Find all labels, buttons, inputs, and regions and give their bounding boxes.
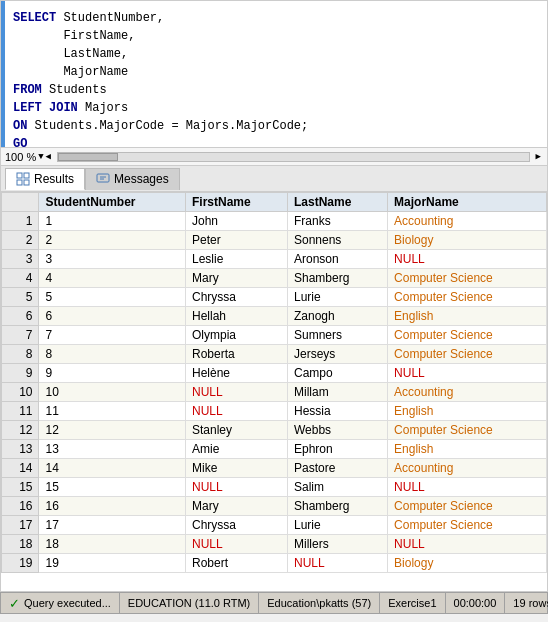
cell-major-name: Computer Science bbox=[388, 497, 547, 516]
cell-student-number: 16 bbox=[39, 497, 186, 516]
table-row: 99HelèneCampoNULL bbox=[2, 364, 547, 383]
row-number: 13 bbox=[2, 440, 39, 459]
table-row: 1515NULLSalimNULL bbox=[2, 478, 547, 497]
table-row: 1414MikePastoreAccounting bbox=[2, 459, 547, 478]
cell-first-name: John bbox=[186, 212, 288, 231]
row-number: 4 bbox=[2, 269, 39, 288]
cell-last-name: Ephron bbox=[287, 440, 387, 459]
svg-rect-1 bbox=[24, 173, 29, 178]
cell-major-name: English bbox=[388, 307, 547, 326]
sql-editor[interactable]: SELECT StudentNumber, FirstName, LastNam… bbox=[0, 0, 548, 148]
cell-major-name: Computer Science bbox=[388, 288, 547, 307]
results-container[interactable]: StudentNumber FirstName LastName MajorNa… bbox=[0, 192, 548, 592]
row-number: 6 bbox=[2, 307, 39, 326]
cell-major-name: Biology bbox=[388, 554, 547, 573]
cell-first-name: Hellah bbox=[186, 307, 288, 326]
cell-first-name: Mary bbox=[186, 497, 288, 516]
col-header-major-name: MajorName bbox=[388, 193, 547, 212]
cell-student-number: 1 bbox=[39, 212, 186, 231]
table-row: 1717ChryssaLurieComputer Science bbox=[2, 516, 547, 535]
check-icon: ✓ bbox=[9, 596, 20, 611]
status-server: EDUCATION (11.0 RTM) bbox=[120, 593, 259, 613]
scrollbar-thumb[interactable] bbox=[58, 153, 118, 161]
row-number: 12 bbox=[2, 421, 39, 440]
cell-first-name: Amie bbox=[186, 440, 288, 459]
cell-student-number: 17 bbox=[39, 516, 186, 535]
cell-major-name: Computer Science bbox=[388, 326, 547, 345]
row-number: 11 bbox=[2, 402, 39, 421]
zoom-dropdown-icon[interactable]: ▼ bbox=[38, 152, 43, 162]
cell-student-number: 4 bbox=[39, 269, 186, 288]
table-row: 11JohnFranksAccounting bbox=[2, 212, 547, 231]
col-header-first-name: FirstName bbox=[186, 193, 288, 212]
row-number: 8 bbox=[2, 345, 39, 364]
cell-last-name: Pastore bbox=[287, 459, 387, 478]
cell-major-name: Accounting bbox=[388, 212, 547, 231]
tab-results[interactable]: Results bbox=[5, 168, 85, 190]
status-user: Education\pkatts (57) bbox=[259, 593, 380, 613]
cell-student-number: 13 bbox=[39, 440, 186, 459]
cell-last-name: Lurie bbox=[287, 516, 387, 535]
cell-last-name: Sumners bbox=[287, 326, 387, 345]
status-server-text: EDUCATION (11.0 RTM) bbox=[128, 597, 250, 609]
cell-last-name: Salim bbox=[287, 478, 387, 497]
status-rows: 19 rows bbox=[505, 593, 548, 613]
status-query: ✓ Query executed... bbox=[5, 593, 120, 613]
status-user-text: Education\pkatts (57) bbox=[267, 597, 371, 609]
cell-major-name: NULL bbox=[388, 478, 547, 497]
scroll-right-icon[interactable]: ▶ bbox=[536, 151, 541, 162]
tab-results-label: Results bbox=[34, 172, 74, 186]
cell-first-name: Chryssa bbox=[186, 288, 288, 307]
cell-student-number: 15 bbox=[39, 478, 186, 497]
message-icon bbox=[96, 172, 110, 186]
row-number: 17 bbox=[2, 516, 39, 535]
cell-last-name: Hessia bbox=[287, 402, 387, 421]
cell-major-name: Accounting bbox=[388, 459, 547, 478]
table-row: 66HellahZanoghEnglish bbox=[2, 307, 547, 326]
table-row: 22PeterSonnensBiology bbox=[2, 231, 547, 250]
status-rows-text: 19 rows bbox=[513, 597, 548, 609]
cell-last-name: Webbs bbox=[287, 421, 387, 440]
cell-student-number: 14 bbox=[39, 459, 186, 478]
table-row: 33LeslieAronsonNULL bbox=[2, 250, 547, 269]
row-number: 5 bbox=[2, 288, 39, 307]
cell-major-name: Computer Science bbox=[388, 516, 547, 535]
cell-last-name: Lurie bbox=[287, 288, 387, 307]
cell-last-name: Aronson bbox=[287, 250, 387, 269]
row-number: 3 bbox=[2, 250, 39, 269]
row-number: 10 bbox=[2, 383, 39, 402]
cell-first-name: NULL bbox=[186, 402, 288, 421]
col-header-rownum bbox=[2, 193, 39, 212]
tab-messages[interactable]: Messages bbox=[85, 168, 180, 190]
cell-first-name: Peter bbox=[186, 231, 288, 250]
cell-student-number: 19 bbox=[39, 554, 186, 573]
cell-student-number: 7 bbox=[39, 326, 186, 345]
scroll-left-icon[interactable]: ◀ bbox=[46, 151, 51, 162]
cell-first-name: NULL bbox=[186, 535, 288, 554]
cell-last-name: Millers bbox=[287, 535, 387, 554]
cell-student-number: 9 bbox=[39, 364, 186, 383]
zoom-control[interactable]: 100 % ▼ bbox=[5, 151, 44, 163]
cell-last-name: Millam bbox=[287, 383, 387, 402]
svg-rect-0 bbox=[17, 173, 22, 178]
status-time: 00:00:00 bbox=[446, 593, 506, 613]
cell-first-name: Chryssa bbox=[186, 516, 288, 535]
tabs-bar: Results Messages bbox=[0, 166, 548, 192]
table-row: 1111NULLHessiaEnglish bbox=[2, 402, 547, 421]
cell-major-name: Computer Science bbox=[388, 345, 547, 364]
cell-major-name: Biology bbox=[388, 231, 547, 250]
status-time-text: 00:00:00 bbox=[454, 597, 497, 609]
horizontal-scrollbar[interactable] bbox=[57, 152, 530, 162]
svg-rect-3 bbox=[24, 180, 29, 185]
cell-major-name: Accounting bbox=[388, 383, 547, 402]
svg-rect-2 bbox=[17, 180, 22, 185]
cell-student-number: 12 bbox=[39, 421, 186, 440]
cell-student-number: 6 bbox=[39, 307, 186, 326]
table-row: 55ChryssaLurieComputer Science bbox=[2, 288, 547, 307]
table-row: 44MaryShambergComputer Science bbox=[2, 269, 547, 288]
scrollbar-area[interactable]: 100 % ▼ ◀ ▶ bbox=[0, 148, 548, 166]
cell-student-number: 8 bbox=[39, 345, 186, 364]
cell-first-name: Mary bbox=[186, 269, 288, 288]
cell-major-name: NULL bbox=[388, 250, 547, 269]
row-number: 7 bbox=[2, 326, 39, 345]
